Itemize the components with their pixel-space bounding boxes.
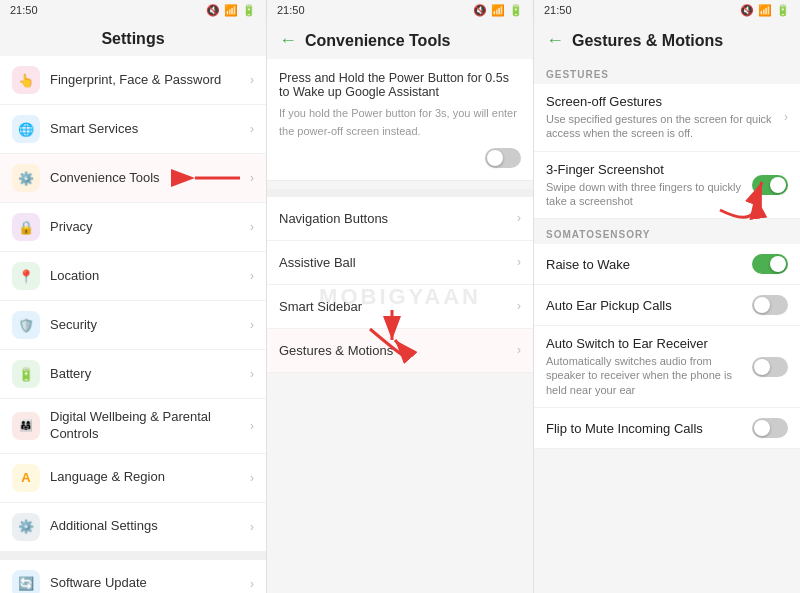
chevron-icon: › [250,318,254,332]
privacy-label: Privacy [50,219,244,236]
description-title: Press and Hold the Power Button for 0.5s… [279,71,521,99]
status-icons-1: 🔇 📶 🔋 [206,4,256,17]
convenience-back-button[interactable]: ← [279,30,297,51]
additional-icon: ⚙️ [12,513,40,541]
language-icon: A [12,464,40,492]
settings-item-convenience[interactable]: ⚙️ Convenience Tools › [0,154,266,203]
assistive-ball-label: Assistive Ball [279,255,517,270]
auto-ear-pickup-row: Auto Ear Pickup Calls [546,295,788,315]
auto-ear-pickup-title: Auto Ear Pickup Calls [546,298,752,313]
battery-label: Battery [50,366,244,383]
convenience-title-row: ← Convenience Tools [279,30,521,51]
nav-buttons-label: Navigation Buttons [279,211,517,226]
status-icons-3: 🔇 📶 🔋 [740,4,790,17]
settings-panel: Settings 👆 Fingerprint, Face & Password … [0,20,267,593]
settings-list: 👆 Fingerprint, Face & Password › 🌐 Smart… [0,56,266,593]
gestures-back-button[interactable]: ← [546,30,564,51]
software-update-label: Software Update [50,575,244,592]
settings-item-software-update[interactable]: 🔄 Software Update › [0,560,266,593]
time-3: 21:50 [544,4,572,16]
raise-to-wake-item[interactable]: Raise to Wake [534,244,800,285]
time-1: 21:50 [10,4,38,16]
auto-switch-ear-title: Auto Switch to Ear Receiver [546,336,752,351]
additional-label: Additional Settings [50,518,244,535]
somatosensory-section-label: SOMATOSENSORY [534,219,800,244]
auto-switch-ear-item[interactable]: Auto Switch to Ear Receiver Automaticall… [534,326,800,408]
divider-2 [267,189,533,197]
chevron-icon: › [250,171,254,185]
gestures-section-label: GESTURES [534,59,800,84]
security-label: Security [50,317,244,334]
fingerprint-icon: 👆 [12,66,40,94]
settings-item-smart-services[interactable]: 🌐 Smart Services › [0,105,266,154]
status-icons-2: 🔇 📶 🔋 [473,4,523,17]
chevron-icon: › [517,299,521,313]
flip-mute-toggle[interactable] [752,418,788,438]
auto-ear-pickup-toggle[interactable] [752,295,788,315]
raise-to-wake-toggle[interactable] [752,254,788,274]
convenience-items: Navigation Buttons › Assistive Ball › Sm… [267,197,533,373]
gestures-motions-label: Gestures & Motions [279,343,517,358]
gestures-motions-item[interactable]: Gestures & Motions › [267,329,533,373]
wellbeing-icon: 👨‍👩‍👧 [12,412,40,440]
settings-item-language[interactable]: A Language & Region › [0,454,266,503]
chevron-icon: › [250,269,254,283]
chevron-icon: › [784,110,788,124]
convenience-description: Press and Hold the Power Button for 0.5s… [267,59,533,181]
chevron-icon: › [250,577,254,591]
chevron-icon: › [250,367,254,381]
chevron-icon: › [517,255,521,269]
assistive-ball-item[interactable]: Assistive Ball › [267,241,533,285]
settings-item-battery[interactable]: 🔋 Battery › [0,350,266,399]
flip-mute-item[interactable]: Flip to Mute Incoming Calls [534,408,800,449]
settings-item-additional[interactable]: ⚙️ Additional Settings › [0,503,266,552]
convenience-panel: ← Convenience Tools Press and Hold the P… [267,20,534,593]
settings-item-fingerprint[interactable]: 👆 Fingerprint, Face & Password › [0,56,266,105]
screen-off-row: Screen-off Gestures Use specified gestur… [546,94,788,141]
settings-item-wellbeing[interactable]: 👨‍👩‍👧 Digital Wellbeing & Parental Contr… [0,399,266,454]
screen-off-gestures-item[interactable]: Screen-off Gestures Use specified gestur… [534,84,800,152]
fingerprint-label: Fingerprint, Face & Password [50,72,244,89]
chevron-icon: › [250,220,254,234]
settings-header: Settings [0,20,266,56]
security-icon: 🛡️ [12,311,40,339]
status-bar: 21:50 🔇 📶 🔋 21:50 🔇 📶 🔋 21:50 🔇 📶 🔋 [0,0,800,20]
privacy-icon: 🔒 [12,213,40,241]
google-assistant-toggle[interactable] [485,148,521,168]
status-bar-panel-2: 21:50 🔇 📶 🔋 [267,0,534,20]
chevron-icon: › [250,471,254,485]
settings-title: Settings [12,30,254,48]
settings-item-privacy[interactable]: 🔒 Privacy › [0,203,266,252]
auto-switch-ear-toggle[interactable] [752,357,788,377]
auto-switch-ear-desc: Automatically switches audio from speake… [546,354,752,397]
description-sub: If you hold the Power button for 3s, you… [279,107,517,137]
auto-ear-pickup-item[interactable]: Auto Ear Pickup Calls [534,285,800,326]
convenience-icon: ⚙️ [12,164,40,192]
convenience-content: Press and Hold the Power Button for 0.5s… [267,59,533,593]
settings-item-location[interactable]: 📍 Location › [0,252,266,301]
chevron-icon: › [250,73,254,87]
screen-off-desc: Use specified gestures on the screen for… [546,112,776,141]
raise-to-wake-title: Raise to Wake [546,257,752,272]
location-label: Location [50,268,244,285]
nav-buttons-item[interactable]: Navigation Buttons › [267,197,533,241]
convenience-label: Convenience Tools [50,170,244,187]
gestures-title-row: ← Gestures & Motions [546,30,788,51]
convenience-header: ← Convenience Tools [267,20,533,59]
chevron-icon: › [250,419,254,433]
three-finger-toggle[interactable] [752,175,788,195]
chevron-icon: › [250,520,254,534]
smart-sidebar-label: Smart Sidebar [279,299,517,314]
three-finger-desc: Swipe down with three fingers to quickly… [546,180,752,209]
flip-mute-title: Flip to Mute Incoming Calls [546,421,752,436]
three-finger-screenshot-item[interactable]: 3-Finger Screenshot Swipe down with thre… [534,152,800,220]
language-label: Language & Region [50,469,244,486]
software-update-icon: 🔄 [12,570,40,593]
smart-services-label: Smart Services [50,121,244,138]
chevron-icon: › [250,122,254,136]
smart-services-icon: 🌐 [12,115,40,143]
smart-sidebar-item[interactable]: Smart Sidebar › [267,285,533,329]
status-bar-panel-1: 21:50 🔇 📶 🔋 [0,0,267,20]
auto-switch-ear-row: Auto Switch to Ear Receiver Automaticall… [546,336,788,397]
settings-item-security[interactable]: 🛡️ Security › [0,301,266,350]
